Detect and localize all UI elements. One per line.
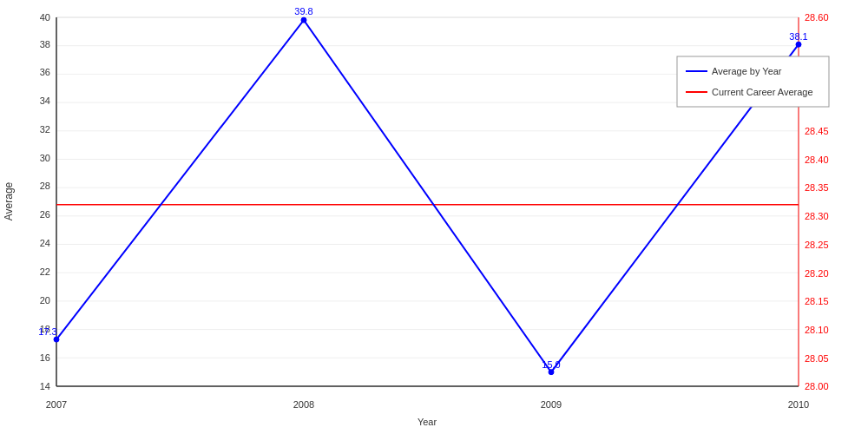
y-label-38: 38 xyxy=(40,39,50,49)
y-label-36: 36 xyxy=(40,67,50,77)
y-label-24: 24 xyxy=(40,238,50,248)
y-label-34: 34 xyxy=(40,95,50,106)
y-label-14: 14 xyxy=(40,381,50,391)
ry-label-2835: 28.35 xyxy=(805,182,829,193)
y-label-40: 40 xyxy=(40,12,50,23)
ry-label-2805: 28.05 xyxy=(805,353,829,364)
point-2009 xyxy=(549,370,554,375)
ry-label-2825: 28.25 xyxy=(805,240,829,250)
x-label-2008: 2008 xyxy=(293,399,314,410)
y-label-20: 20 xyxy=(40,295,50,306)
ry-label-2830: 28.30 xyxy=(805,211,829,221)
point-2010 xyxy=(796,42,801,47)
y-label-28: 28 xyxy=(40,181,50,191)
ry-label-2815: 28.15 xyxy=(805,296,829,306)
y-label-16: 16 xyxy=(40,352,50,363)
y-label-22: 22 xyxy=(40,266,50,277)
y-label-26: 26 xyxy=(40,209,50,220)
y-label-30: 30 xyxy=(40,153,50,163)
ry-label-2845: 28.45 xyxy=(805,126,829,136)
x-label-2009: 2009 xyxy=(541,399,562,410)
chart-container: 14 16 18 20 22 24 26 28 30 32 34 36 38 4… xyxy=(0,0,868,434)
legend-career-avg-label: Current Career Average xyxy=(712,87,813,97)
x-label-2007: 2007 xyxy=(46,399,67,410)
point-2008 xyxy=(301,17,306,23)
y-label-32: 32 xyxy=(40,124,50,135)
ry-label-2820: 28.20 xyxy=(805,268,829,279)
x-label-2010: 2010 xyxy=(788,399,809,410)
x-axis-label: Year xyxy=(418,417,437,427)
legend-box xyxy=(677,56,829,107)
y-axis-label: Average xyxy=(3,181,15,220)
label-2009: 15.0 xyxy=(542,359,560,370)
legend-avg-year-label: Average by Year xyxy=(712,66,782,76)
label-2007: 17.3 xyxy=(38,326,56,337)
ry-label-2840: 28.40 xyxy=(805,155,829,165)
ry-label-2810: 28.10 xyxy=(805,325,829,335)
label-2008: 39.8 xyxy=(294,6,312,16)
ry-label-2860: 28.60 xyxy=(805,12,829,23)
ry-label-2800: 28.00 xyxy=(805,381,829,391)
point-2007 xyxy=(54,337,59,342)
label-2010: 38.1 xyxy=(789,31,807,42)
